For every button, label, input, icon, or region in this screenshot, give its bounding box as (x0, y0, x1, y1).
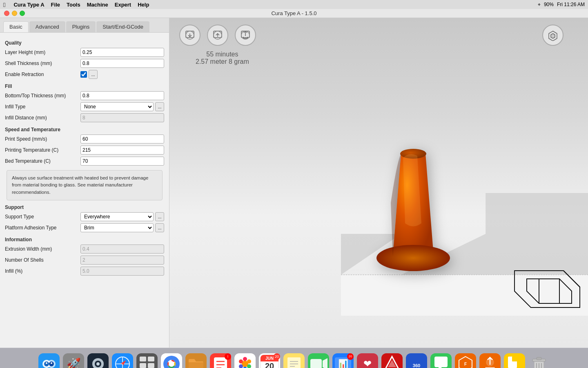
infill-type-options-button[interactable]: ... (155, 102, 164, 111)
expert-menu[interactable]: Expert (115, 2, 131, 8)
retraction-row: Enable Retraction ... (5, 70, 164, 79)
svg-text:📊: 📊 (338, 359, 348, 368)
bottom-top-thickness-input[interactable] (80, 91, 164, 100)
cone-object (356, 141, 470, 297)
traffic-lights[interactable] (4, 11, 25, 16)
retraction-dots[interactable]: ... (89, 70, 98, 79)
dock-pocket[interactable]: ❤ (356, 352, 379, 368)
apple-menu[interactable]:  (3, 1, 5, 8)
cursor-drawing (506, 267, 588, 316)
svg-rect-37 (148, 357, 154, 361)
finder-icon (38, 353, 60, 368)
support-type-label: Support Type (5, 214, 80, 220)
retraction-checkbox[interactable] (80, 71, 87, 78)
fill-section-label: Fill (5, 83, 164, 89)
dock-steam[interactable] (87, 352, 109, 368)
dock-messages[interactable] (430, 352, 452, 368)
app360-icon: 360 (406, 353, 427, 368)
dock-launchpad[interactable]: 🚀 (62, 352, 85, 368)
maximize-button[interactable] (20, 11, 25, 16)
print-info: 55 minutes 2.57 meter 8 gram (196, 51, 249, 65)
help-menu[interactable]: Help (138, 2, 149, 8)
retraction-options-button[interactable]: ... (89, 70, 98, 79)
svg-text:F: F (464, 362, 467, 366)
messages-icon (430, 353, 452, 368)
print-speed-input[interactable] (80, 135, 164, 144)
dock-mission-control[interactable] (136, 352, 158, 368)
dock-calendar[interactable]: JUN 20 20 (258, 352, 281, 368)
print-material: 2.57 meter 8 gram (196, 58, 249, 65)
view-mode-button[interactable] (542, 25, 564, 46)
print-temp-input[interactable] (80, 146, 164, 155)
wifi-icon: ⌖ (538, 2, 541, 7)
layer-height-label: Layer Height (mm) (5, 49, 80, 55)
bed-temp-row: Bed Temperature (C) (5, 156, 164, 166)
dock-app360[interactable]: 360 (405, 352, 428, 368)
save-gcode-button[interactable] (207, 25, 228, 46)
platform-adhesion-row: Platform Adhesion Type None Brim Raft Sk… (5, 223, 164, 233)
dock-chrome[interactable] (160, 352, 183, 368)
tabs-bar: Basic Advanced Plugins Start/End-GCode (0, 18, 169, 33)
svg-point-22 (51, 362, 52, 364)
platform-adhesion-select[interactable]: None Brim Raft Skirt (80, 223, 154, 232)
dock-safari[interactable] (111, 352, 134, 368)
svg-text:20: 20 (265, 361, 274, 368)
num-shells-input (80, 256, 164, 265)
photos-icon (234, 353, 256, 368)
shell-thickness-label: Shell Thickness (mm) (5, 61, 80, 66)
menubar-right: ⌖ 90% Fri 11:26 AM (538, 2, 585, 7)
layer-height-row: Layer Height (mm) (5, 47, 164, 57)
dock-app2[interactable]: 📊 20 (332, 352, 354, 368)
dock-photos[interactable] (234, 352, 256, 368)
bed-temp-input[interactable] (80, 157, 164, 166)
upload-button[interactable] (235, 25, 256, 46)
machine-menu[interactable]: Machine (87, 2, 108, 8)
tab-basic[interactable]: Basic (3, 21, 29, 32)
dock-fusion[interactable]: F (454, 352, 477, 368)
num-shells-label: Number Of Shells (5, 257, 80, 263)
load-model-button[interactable] (179, 25, 200, 46)
dock-facetime[interactable] (307, 352, 330, 368)
support-section-label: Support (5, 204, 164, 210)
tab-start-end-gcode[interactable]: Start/End-GCode (96, 21, 149, 32)
support-type-options-button[interactable]: ... (155, 212, 164, 221)
infill-percent-label: Infill (%) (5, 268, 80, 274)
dock-trash[interactable] (528, 352, 550, 368)
viewport-3d[interactable]: 55 minutes 2.57 meter 8 gram (169, 18, 588, 348)
chrome-icon (161, 353, 182, 368)
load-model-icon (184, 29, 196, 41)
tab-plugins[interactable]: Plugins (66, 21, 96, 32)
dock-files[interactable] (503, 352, 526, 368)
dock-finder[interactable] (38, 352, 60, 368)
dock-notes[interactable] (283, 352, 305, 368)
facetime-icon (308, 353, 329, 368)
svg-marker-14 (514, 271, 580, 307)
svg-rect-36 (140, 357, 146, 361)
app-menu[interactable]: Cura Type A (13, 2, 44, 8)
left-panel: Basic Advanced Plugins Start/End-GCode Q… (0, 18, 169, 348)
dock-upload[interactable] (479, 352, 501, 368)
platform-adhesion-options-button[interactable]: ... (155, 223, 164, 232)
extrusion-width-label: Extrusion Width (mm) (5, 246, 80, 252)
dock-reminders[interactable]: ! (209, 352, 232, 368)
app2-badge: 20 (347, 353, 354, 360)
arma-icon (381, 353, 403, 368)
trash-icon (528, 353, 550, 368)
dock-arma[interactable] (381, 352, 403, 368)
menubar:  Cura Type A File Tools Machine Expert … (0, 0, 588, 9)
num-shells-row: Number Of Shells (5, 255, 164, 265)
corner-drawing-svg (506, 267, 588, 316)
shell-thickness-input[interactable] (80, 59, 164, 68)
close-button[interactable] (4, 11, 9, 16)
support-type-select[interactable]: None Everywhere Touching Buildplate (80, 212, 154, 221)
svg-text:360: 360 (413, 363, 420, 368)
tools-menu[interactable]: Tools (67, 2, 80, 8)
minimize-button[interactable] (12, 11, 17, 16)
svg-point-28 (96, 362, 100, 366)
folder-icon (185, 353, 207, 368)
tab-advanced[interactable]: Advanced (29, 21, 65, 32)
layer-height-input[interactable] (80, 48, 164, 57)
file-menu[interactable]: File (51, 2, 60, 8)
dock-folder[interactable] (185, 352, 207, 368)
infill-type-select[interactable]: None Grid Lines Concentric (80, 102, 154, 111)
